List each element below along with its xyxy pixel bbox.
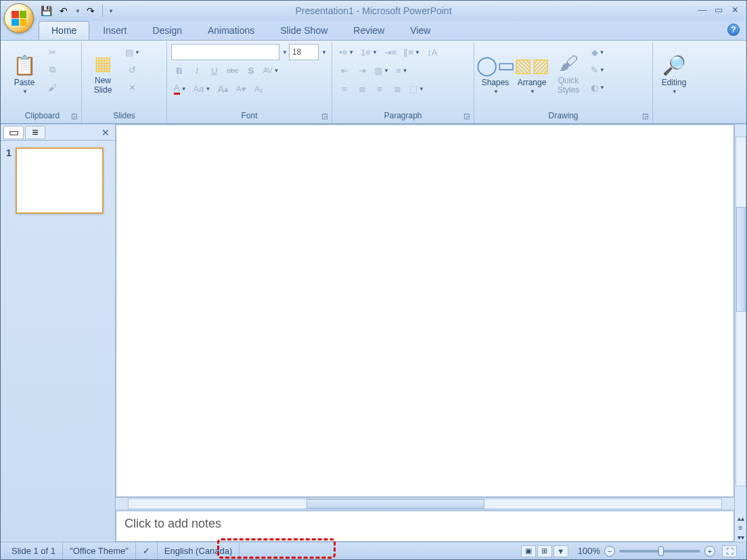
- char-spacing-button[interactable]: AV▼: [261, 62, 282, 78]
- increase-indent-button[interactable]: ⇥: [354, 62, 370, 78]
- quick-styles-button[interactable]: 🖌 Quick Styles: [551, 44, 585, 97]
- bullets-button[interactable]: •≡▼: [336, 44, 357, 60]
- shadow-button[interactable]: S: [243, 62, 259, 78]
- new-slide-button[interactable]: ▦ New Slide: [86, 44, 120, 97]
- copy-icon: ⧉: [49, 64, 55, 75]
- sorter-view-button[interactable]: ⊞: [537, 545, 552, 557]
- panel-close-button[interactable]: ✕: [99, 127, 112, 138]
- cut-button[interactable]: ✂: [44, 44, 60, 60]
- vertical-scrollbar[interactable]: ▴▴ ≡ ▾▾: [734, 124, 746, 542]
- font-dialog-launcher[interactable]: ◲: [321, 112, 327, 120]
- zoom-knob[interactable]: [658, 546, 664, 556]
- font-size-combo[interactable]: 18: [289, 44, 319, 60]
- zoom-out-button[interactable]: −: [604, 546, 615, 557]
- next-slide-button[interactable]: ▾▾: [735, 532, 746, 542]
- fit-window-button[interactable]: ⛶: [722, 545, 737, 557]
- prev-slide-button[interactable]: ▴▴: [735, 513, 746, 523]
- hscroll-thumb[interactable]: [307, 499, 484, 509]
- drawing-dialog-launcher[interactable]: ◲: [642, 112, 648, 120]
- group-label-paragraph: Paragraph ◲: [336, 111, 470, 123]
- reset-slide-button[interactable]: ↺: [122, 62, 143, 78]
- numbering-button[interactable]: 1≡▼: [358, 44, 380, 60]
- delete-slide-button[interactable]: ✕: [122, 79, 143, 95]
- shape-fill-button[interactable]: ◆▼: [588, 44, 608, 60]
- slide-layout-button[interactable]: ▤▼: [122, 44, 143, 60]
- zoom-slider[interactable]: [619, 550, 700, 553]
- align-center-button[interactable]: ≣: [354, 80, 370, 97]
- arrange-button[interactable]: ▧▨ Arrange▼: [515, 44, 549, 97]
- strike-button[interactable]: abc: [224, 62, 242, 78]
- tab-review[interactable]: Review: [341, 22, 397, 40]
- tab-insert[interactable]: Insert: [91, 22, 139, 40]
- outline-tab[interactable]: ≡: [25, 126, 45, 139]
- slide-nav-button[interactable]: ≡: [735, 523, 746, 532]
- align-text-button[interactable]: ≡▼: [393, 62, 411, 78]
- qat-customize-icon[interactable]: ▼: [108, 8, 114, 14]
- slide-canvas[interactable]: [116, 124, 734, 497]
- decrease-indent-button[interactable]: ⇤: [336, 62, 353, 78]
- format-painter-button[interactable]: 🖌: [44, 79, 60, 95]
- normal-view-button[interactable]: ▣: [521, 545, 536, 557]
- horizontal-scrollbar[interactable]: [116, 497, 734, 509]
- align-right-button[interactable]: ≡: [371, 80, 388, 97]
- clear-formatting-button[interactable]: Aᵪ: [250, 80, 267, 97]
- bold-button[interactable]: B: [171, 62, 187, 78]
- zoom-level[interactable]: 100%: [578, 546, 600, 556]
- font-name-combo[interactable]: [171, 44, 279, 60]
- redo-icon[interactable]: ↷: [83, 3, 98, 18]
- paragraph-dialog-launcher[interactable]: ◲: [463, 112, 470, 120]
- shape-effects-button[interactable]: ◐▼: [588, 79, 608, 95]
- new-slide-icon: ▦: [94, 52, 112, 74]
- underline-button[interactable]: U: [206, 62, 223, 78]
- paste-button[interactable]: 📋 Paste ▼: [7, 44, 41, 97]
- columns-button[interactable]: ▥▼: [371, 62, 392, 78]
- slideshow-view-button[interactable]: ▼: [553, 545, 568, 557]
- theme-name[interactable]: "Office Theme": [63, 542, 136, 559]
- tab-slide-show[interactable]: Slide Show: [268, 22, 340, 40]
- clipboard-dialog-launcher[interactable]: ◲: [71, 112, 77, 120]
- spellcheck-status[interactable]: ✓: [136, 542, 158, 559]
- text-direction-button[interactable]: ↕A: [424, 44, 440, 60]
- tab-home[interactable]: Home: [39, 21, 89, 40]
- undo-icon[interactable]: ↶: [56, 3, 71, 18]
- editing-button[interactable]: 🔎 Editing▼: [657, 44, 691, 97]
- justify-button[interactable]: ≣: [389, 80, 405, 97]
- shrink-font-button[interactable]: A▾: [233, 80, 249, 97]
- convert-smartart-button[interactable]: ⬚▼: [407, 80, 427, 97]
- save-icon[interactable]: 💾: [39, 3, 53, 18]
- copy-button[interactable]: ⧉: [44, 62, 60, 78]
- shape-outline-button[interactable]: ✎▼: [588, 62, 608, 78]
- maximize-button[interactable]: ▭: [711, 3, 726, 16]
- minimize-button[interactable]: —: [695, 3, 710, 16]
- change-case-button[interactable]: Aa▼: [191, 80, 214, 97]
- align-left-button[interactable]: ≡: [336, 80, 353, 97]
- thumbnail-preview[interactable]: [16, 147, 104, 214]
- help-button[interactable]: ?: [727, 24, 740, 36]
- binoculars-icon: 🔎: [662, 54, 686, 76]
- thumbnail-list[interactable]: 1: [1, 141, 115, 542]
- office-button[interactable]: [4, 3, 34, 33]
- notes-pane[interactable]: Click to add notes: [116, 511, 734, 542]
- undo-dropdown-icon[interactable]: ▼: [75, 8, 81, 14]
- slides-tab[interactable]: ▭: [3, 126, 24, 139]
- tab-animations[interactable]: Animations: [196, 22, 267, 40]
- tab-design[interactable]: Design: [140, 22, 194, 40]
- slide-thumbnail[interactable]: 1: [6, 147, 110, 214]
- shapes-button[interactable]: ◯▭ Shapes▼: [478, 44, 512, 97]
- brush-icon: 🖌: [48, 83, 57, 93]
- grow-font-button[interactable]: A▴: [214, 80, 231, 97]
- hscroll-track[interactable]: [128, 498, 722, 509]
- tab-view[interactable]: View: [398, 22, 443, 40]
- font-size-dropdown-icon[interactable]: ▼: [321, 49, 327, 55]
- zoom-in-button[interactable]: +: [704, 546, 715, 557]
- list-level-button[interactable]: ⇥≡: [382, 44, 400, 60]
- vscroll-thumb[interactable]: [736, 207, 746, 312]
- italic-button[interactable]: I: [189, 62, 205, 78]
- vscroll-track[interactable]: [735, 137, 746, 486]
- language-status[interactable]: English (Canada): [158, 542, 240, 559]
- font-color-button[interactable]: A▼: [171, 80, 189, 97]
- font-name-dropdown-icon[interactable]: ▼: [282, 49, 288, 55]
- slide-count[interactable]: Slide 1 of 1: [5, 542, 63, 559]
- line-spacing-button[interactable]: ‖≡▼: [401, 44, 423, 60]
- close-button[interactable]: ✕: [727, 3, 742, 16]
